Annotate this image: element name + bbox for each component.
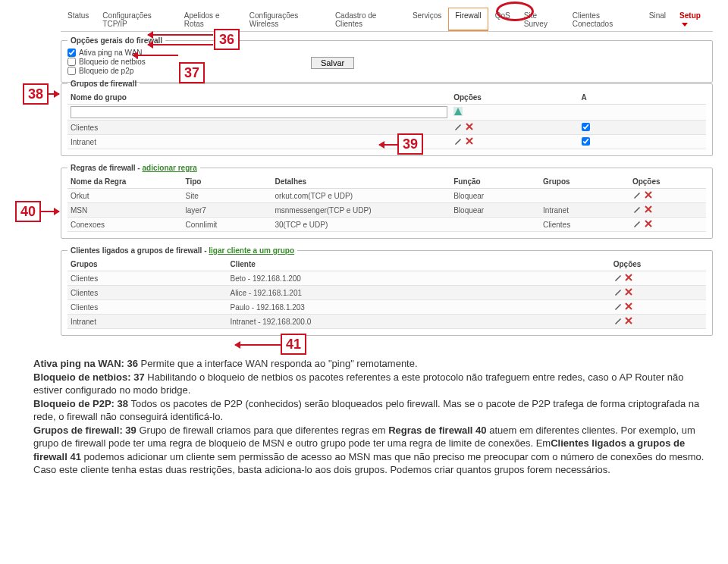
cell: Beto - 192.168.1.200 <box>228 271 610 286</box>
clients-table: Grupos Cliente Opções ClientesBeto - 192… <box>67 258 706 329</box>
delete-icon[interactable] <box>465 136 474 147</box>
cell: msnmessenger(TCP e UDP) <box>271 203 450 218</box>
label-p2p: Bloqueio de p2p <box>79 67 133 75</box>
tab-setup[interactable]: Setup <box>673 8 713 31</box>
table-row: Intranet <box>67 135 706 149</box>
tab-conectados[interactable]: Clientes Conectados <box>566 8 642 31</box>
callout-37: 37 <box>179 62 205 83</box>
callout-36: 36 <box>214 29 240 50</box>
table-row: Clientes <box>67 121 706 135</box>
arrow-41 <box>235 344 281 346</box>
tab-apelidos[interactable]: Apelidos e Rotas <box>177 8 243 31</box>
tab-firewall[interactable]: Firewall <box>448 8 488 31</box>
bold: Ativa ping na WAN: 36 <box>33 358 141 369</box>
col-tipo: Tipo <box>183 175 272 189</box>
checkbox-ping-wan[interactable] <box>67 49 76 57</box>
tab-bar: Status Configurações TCP/IP Apelidos e R… <box>61 8 713 32</box>
cell: Conexoes <box>67 218 183 232</box>
cell: Intranet - 192.168.200.0 <box>228 315 610 329</box>
cell: Clientes <box>67 300 228 315</box>
add-rule-link[interactable]: adicionar regra <box>142 164 196 172</box>
checkbox-a[interactable] <box>582 137 590 146</box>
table-row: ClientesPaulo - 192.168.1.203 <box>67 300 706 315</box>
cell: Paulo - 192.168.1.203 <box>228 300 610 315</box>
tab-status[interactable]: Status <box>61 8 96 31</box>
callout-40: 40 <box>15 201 41 222</box>
tab-tcpip[interactable]: Configurações TCP/IP <box>96 8 177 31</box>
edit-icon[interactable] <box>613 316 623 327</box>
col-cli: Cliente <box>228 258 610 271</box>
cell <box>450 218 540 232</box>
legend-rules: Regras de firewall - adicionar regra <box>67 164 200 172</box>
edit-icon[interactable] <box>613 302 623 312</box>
groups-table: Nome do grupo Opções A Clientes Intranet <box>67 91 706 149</box>
delete-icon[interactable] <box>644 205 653 215</box>
col-nome: Nome da Regra <box>67 175 183 189</box>
edit-icon[interactable] <box>632 190 642 201</box>
tab-clientes[interactable]: Cadastro de Clientes <box>328 8 406 31</box>
tab-wireless[interactable]: Configurações Wireless <box>243 8 328 31</box>
arrow-39 <box>379 144 397 146</box>
rules-table: Nome da Regra Tipo Detalhes Função Grupo… <box>67 175 706 232</box>
arrow-40 <box>41 211 59 212</box>
delete-icon[interactable] <box>644 190 653 201</box>
cell: Intranet <box>540 203 629 218</box>
arrow-36 <box>148 34 213 36</box>
table-row <box>67 105 706 121</box>
table-row: ClientesAlice - 192.168.1.201 <box>67 286 706 300</box>
delete-icon[interactable] <box>624 302 633 312</box>
legend-groups: Grupos de firewall <box>67 80 140 88</box>
cell-name: Clientes <box>67 121 450 135</box>
col-func: Função <box>450 175 540 189</box>
text: Permite que a interface WAN responda ao … <box>141 358 418 369</box>
delete-icon[interactable] <box>624 273 633 284</box>
arrow-37 <box>133 55 178 56</box>
cell <box>540 189 629 203</box>
text: Todos os pacotes de P2P (conhecidos) ser… <box>33 398 699 423</box>
annotation-circle-firewall <box>496 2 534 21</box>
edit-icon[interactable] <box>613 287 623 298</box>
edit-icon[interactable] <box>632 205 642 215</box>
edit-icon[interactable] <box>453 136 463 147</box>
col-name: Nome do grupo <box>67 91 450 105</box>
edit-icon[interactable] <box>632 219 642 230</box>
edit-icon[interactable] <box>453 122 463 133</box>
cell: Clientes <box>67 286 228 300</box>
col-opt: Opções <box>610 258 706 271</box>
callout-39: 39 <box>397 133 423 155</box>
delete-icon[interactable] <box>644 219 653 230</box>
cell: Bloquear <box>450 203 540 218</box>
panel-clients: Clientes ligados a grupos de firewall - … <box>61 246 713 336</box>
description-text: Ativa ping na WAN: 36 Permite que a inte… <box>33 357 713 477</box>
panel-rules: Regras de firewall - adicionar regra Nom… <box>61 164 713 239</box>
group-name-input[interactable] <box>71 106 447 118</box>
cell: Site <box>183 189 272 203</box>
bold: Bloqueio de netbios: 37 <box>33 371 147 383</box>
cell: Connlimit <box>183 218 272 232</box>
cell-name: Intranet <box>67 135 450 149</box>
col-opt: Opções <box>450 91 578 105</box>
delete-icon[interactable] <box>465 122 474 133</box>
bold: Grupos de firewall: 39 <box>33 425 139 436</box>
checkbox-a[interactable] <box>582 123 590 131</box>
edit-icon[interactable] <box>613 273 623 284</box>
col-opt: Opções <box>629 175 706 189</box>
tab-servicos[interactable]: Serviços <box>406 8 448 31</box>
delete-icon[interactable] <box>624 316 633 327</box>
link-client-group[interactable]: ligar cliente a um grupo <box>209 246 294 255</box>
text: podemos adicionar um cliente sem permiss… <box>33 451 704 476</box>
delete-icon[interactable] <box>624 287 633 298</box>
tab-sinal[interactable]: Sinal <box>642 8 673 31</box>
cell: Bloquear <box>450 189 540 203</box>
bold: Bloqueio de P2P: 38 <box>33 398 131 409</box>
checkbox-p2p[interactable] <box>67 67 76 75</box>
cell: Alice - 192.168.1.201 <box>228 286 610 300</box>
col-det: Detalhes <box>271 175 450 189</box>
add-icon[interactable] <box>453 107 463 118</box>
cell: 30(TCP e UDP) <box>271 218 450 232</box>
save-button[interactable]: Salvar <box>311 57 354 69</box>
checkbox-netbios[interactable] <box>67 58 76 66</box>
cell: MSN <box>67 203 183 218</box>
col-grp: Grupos <box>540 175 629 189</box>
cell: layer7 <box>183 203 272 218</box>
